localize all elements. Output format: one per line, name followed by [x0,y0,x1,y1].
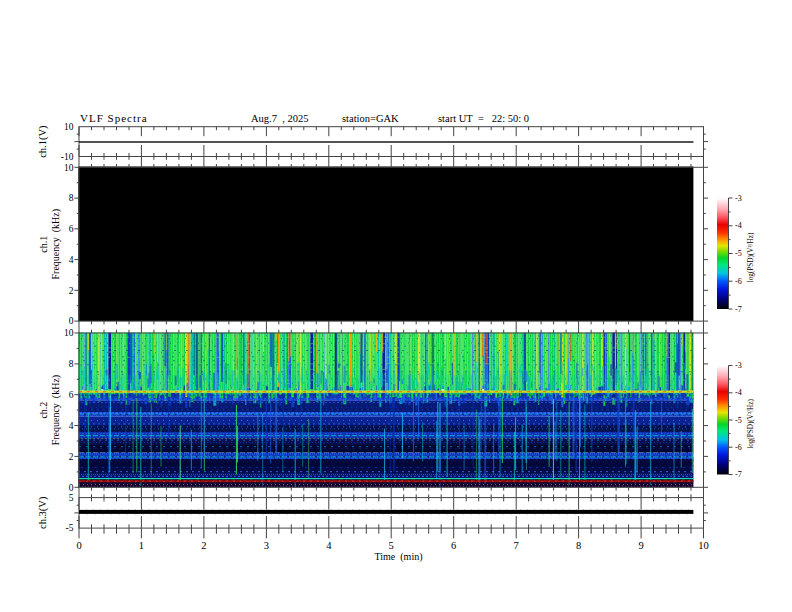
svg-text:4: 4 [326,540,332,551]
svg-text:2: 2 [69,286,74,296]
svg-text:10: 10 [64,163,74,173]
svg-text:ch.1(V): ch.1(V) [38,125,50,158]
svg-text:log(PSD)(V²/Hz): log(PSD)(V²/Hz) [747,399,755,449]
svg-text:5: 5 [69,493,74,503]
svg-text:-6: -6 [735,277,742,286]
svg-text:start UT = 22: 50: 0: start UT = 22: 50: 0 [438,113,529,124]
svg-text:10: 10 [698,540,709,551]
svg-text:8: 8 [576,540,581,551]
svg-text:ch.3(V): ch.3(V) [38,496,50,529]
svg-text:ch.1: ch.1 [39,236,50,253]
svg-text:VLF Spectra: VLF Spectra [80,112,148,124]
svg-text:10: 10 [64,328,74,338]
svg-text:0: 0 [69,316,74,326]
svg-text:3: 3 [264,540,269,551]
svg-text:10: 10 [64,122,74,132]
svg-text:Time (min): Time (min) [375,551,423,563]
svg-text:Aug.7 , 2025: Aug.7 , 2025 [251,113,308,124]
svg-text:-3: -3 [735,361,742,370]
svg-text:-7: -7 [735,305,742,314]
svg-text:0: 0 [76,540,81,551]
svg-text:6: 6 [69,224,74,234]
svg-text:8: 8 [69,359,74,369]
svg-text:-6: -6 [735,443,742,452]
svg-text:ch.2: ch.2 [39,402,50,419]
svg-text:Frequency (kHz): Frequency (kHz) [50,375,62,446]
svg-text:Frequency (kHz): Frequency (kHz) [50,209,62,280]
svg-text:2: 2 [69,452,74,462]
svg-text:-5: -5 [735,249,742,258]
svg-text:6: 6 [69,390,74,400]
svg-text:-5: -5 [735,416,742,425]
svg-text:-4: -4 [735,221,742,230]
svg-text:9: 9 [638,540,643,551]
svg-text:station=GAK: station=GAK [342,113,399,124]
svg-text:-5: -5 [66,523,74,533]
svg-text:-10: -10 [61,152,74,162]
svg-text:2: 2 [201,540,206,551]
svg-text:5: 5 [389,540,394,551]
svg-text:4: 4 [69,421,74,431]
svg-text:8: 8 [69,193,74,203]
svg-text:7: 7 [514,540,519,551]
svg-text:1: 1 [139,540,144,551]
svg-text:-7: -7 [735,470,742,479]
svg-text:-4: -4 [735,388,742,397]
svg-text:4: 4 [69,255,74,265]
svg-text:-3: -3 [735,194,742,203]
svg-text:0: 0 [69,483,74,493]
svg-text:6: 6 [451,540,456,551]
svg-text:log(PSD)(V²/Hz): log(PSD)(V²/Hz) [747,232,755,282]
